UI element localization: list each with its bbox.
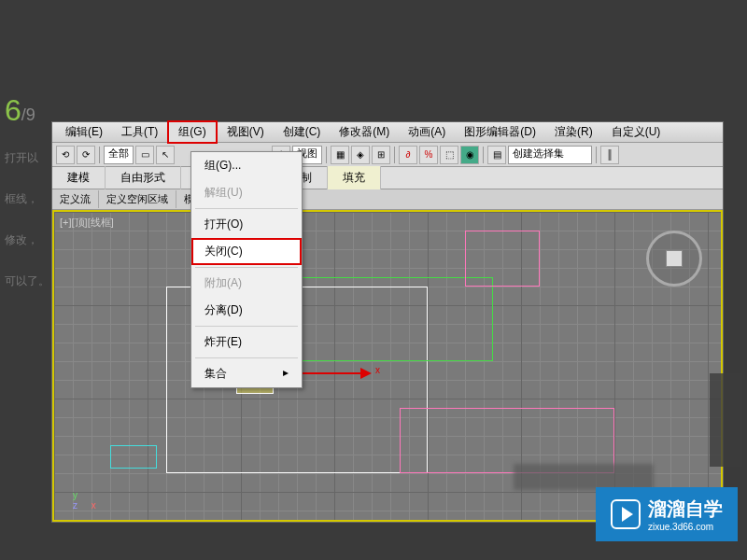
tool-icon-1[interactable]: ▦: [331, 146, 349, 164]
separator: [326, 147, 327, 163]
desc-line-4: 可以了。: [5, 270, 49, 292]
separator: [483, 147, 484, 163]
menu-create[interactable]: 创建(C): [274, 122, 331, 142]
side-panel-shadow: [710, 373, 742, 467]
menu-render[interactable]: 渲染(R): [545, 122, 602, 142]
filter-dropdown[interactable]: 全部: [104, 146, 134, 164]
snap-angle-icon[interactable]: ∂: [399, 146, 417, 164]
tab-fill[interactable]: 填充: [328, 166, 381, 189]
gizmo-x-arrow-icon[interactable]: [360, 368, 372, 379]
menu-separator: [195, 208, 298, 209]
tool-icon-3[interactable]: ⊞: [372, 146, 390, 164]
ribbon-tabs: 建模 自由形式 绘制 填充: [52, 167, 723, 189]
menu-item-attach: 附加(A): [191, 270, 302, 297]
separator: [99, 147, 100, 163]
menubar: 编辑(E) 工具(T) 组(G) 视图(V) 创建(C) 修改器(M) 动画(A…: [52, 122, 723, 143]
desc-line-3: 修改，: [5, 229, 49, 251]
sub-flow[interactable]: 定义流: [52, 190, 99, 208]
object-green-rect[interactable]: [288, 277, 493, 361]
axis-z-label: z: [73, 500, 78, 511]
menu-edit[interactable]: 编辑(E): [56, 122, 112, 142]
object-cyan-rect[interactable]: [110, 445, 157, 469]
desc-line-1: 打开以: [5, 147, 49, 169]
menu-modifier[interactable]: 修改器(M): [330, 122, 399, 142]
axis-indicator: y z x: [73, 490, 96, 511]
play-logo-icon: [611, 499, 641, 529]
selection-set-dropdown[interactable]: 创建选择集: [508, 146, 592, 164]
menu-view[interactable]: 视图(V): [218, 122, 274, 142]
step-number: 6: [5, 93, 21, 127]
menu-separator: [195, 357, 298, 358]
unlink-icon[interactable]: ⟳: [77, 146, 95, 164]
viewport-label[interactable]: [+][顶][线框]: [60, 216, 114, 230]
menu-separator: [195, 326, 298, 327]
menu-graph[interactable]: 图形编辑器(D): [455, 122, 545, 142]
menu-custom[interactable]: 自定义(U): [602, 122, 670, 142]
sub-area[interactable]: 定义空闲区域: [99, 190, 176, 208]
watermark-brand: 溜溜自学: [648, 498, 723, 519]
menu-item-group[interactable]: 组(G)...: [191, 152, 302, 179]
link-icon[interactable]: ⟲: [56, 146, 75, 164]
desc-line-2: 框线，: [5, 188, 49, 210]
separator: [596, 147, 597, 163]
menu-anim[interactable]: 动画(A): [399, 122, 455, 142]
viewcube[interactable]: [646, 231, 702, 287]
menu-item-close[interactable]: 关闭(C): [191, 238, 302, 265]
menu-item-ungroup: 解组(U): [191, 179, 302, 206]
axis-x-label: x: [92, 500, 96, 511]
menu-item-detach[interactable]: 分离(D): [191, 297, 302, 324]
separator: [394, 147, 395, 163]
mirror-icon[interactable]: ║: [600, 146, 619, 164]
gizmo-x-label: x: [375, 365, 380, 375]
snap-toggle-icon[interactable]: ◉: [460, 146, 479, 164]
menu-separator: [195, 267, 298, 268]
main-app-window: 编辑(E) 工具(T) 组(G) 视图(V) 创建(C) 修改器(M) 动画(A…: [51, 121, 724, 523]
watermark-url: zixue.3d66.com: [648, 522, 723, 532]
main-toolbar: ⟲ ⟳ 全部 ▭ ↖ ✥ 视图 ▦ ◈ ⊞ ∂ % ⬚ ◉ ▤ 创建选择集 ║: [52, 143, 723, 167]
menu-item-explode[interactable]: 炸开(E): [191, 329, 302, 356]
group-dropdown-menu: 组(G)... 解组(U) 打开(O) 关闭(C) 附加(A) 分离(D) 炸开…: [190, 151, 303, 388]
spinner-icon[interactable]: ⬚: [440, 146, 458, 164]
watermark: 溜溜自学 zixue.3d66.com: [596, 487, 738, 541]
named-sel-icon[interactable]: ▤: [487, 146, 506, 164]
sub-toolbar: 定义流 定义空闲区域 模拟: [52, 189, 723, 210]
viewcube-face-icon[interactable]: [666, 250, 683, 267]
tool-icon-2[interactable]: ◈: [351, 146, 370, 164]
menu-group[interactable]: 组(G): [167, 120, 217, 144]
step-total: /9: [21, 105, 35, 124]
object-pink-rect-1[interactable]: [465, 231, 540, 287]
obscured-region: [514, 464, 654, 490]
tab-model[interactable]: 建模: [52, 166, 106, 189]
tab-freeform[interactable]: 自由形式: [106, 166, 181, 189]
select-icon[interactable]: ▭: [135, 146, 154, 164]
axis-y-label: y: [73, 490, 96, 500]
menu-tools[interactable]: 工具(T): [112, 122, 167, 142]
menu-item-open[interactable]: 打开(O): [191, 211, 302, 238]
cursor-icon[interactable]: ↖: [156, 146, 175, 164]
snap-percent-icon[interactable]: %: [419, 146, 438, 164]
menu-item-assembly[interactable]: 集合: [191, 360, 302, 387]
